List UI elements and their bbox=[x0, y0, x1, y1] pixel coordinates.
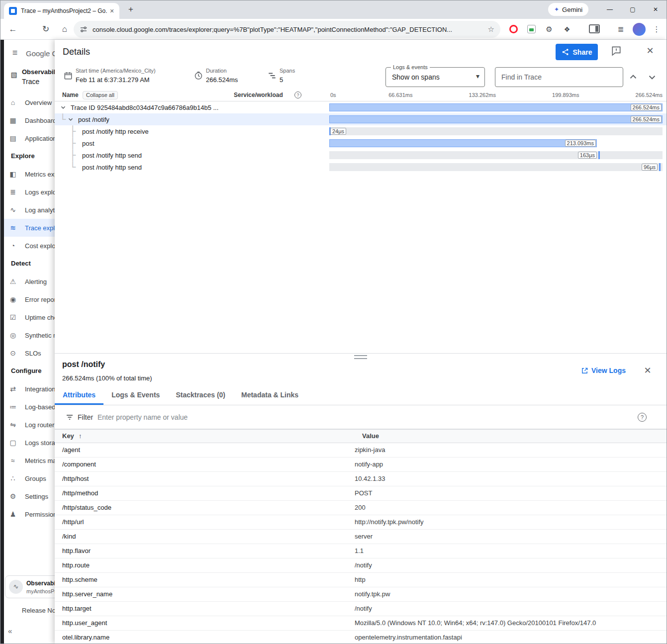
attribute-row[interactable]: /http/methodPOST bbox=[55, 486, 667, 501]
trace-row[interactable]: └ post /notify http send 96μs bbox=[55, 161, 667, 173]
attribute-row[interactable]: /http/status_code200 bbox=[55, 501, 667, 515]
tab-stacktraces[interactable]: Stacktraces (0) bbox=[168, 386, 233, 405]
chevron-down-icon[interactable] bbox=[66, 115, 75, 124]
span-bar[interactable]: 266.524ms bbox=[329, 113, 663, 125]
attribute-key: http.flavor bbox=[55, 544, 355, 558]
profile-avatar[interactable] bbox=[633, 23, 646, 36]
attribute-row[interactable]: http.user_agentMozilla/5.0 (Windows NT 1… bbox=[55, 616, 667, 631]
name-column-header: Name bbox=[62, 90, 79, 101]
attribute-row[interactable]: http.server_namenotify.tpk.pw bbox=[55, 587, 667, 602]
sidebar-item-dashboards[interactable]: ▦Dashboards bbox=[4, 111, 55, 129]
trace-row[interactable]: ├ post /notify http receive 24μs bbox=[55, 125, 667, 137]
gemini-button[interactable]: ✦ Gemini bbox=[548, 3, 588, 16]
span-bar[interactable]: 163μs bbox=[329, 149, 663, 161]
details-close-icon[interactable]: ✕ bbox=[643, 44, 657, 58]
attribute-row[interactable]: http.route/notify bbox=[55, 558, 667, 573]
panel-drag-handle[interactable] bbox=[354, 355, 367, 359]
trace-row-selected[interactable]: └ post /notify 266.524ms bbox=[55, 113, 667, 125]
new-tab-button[interactable]: + bbox=[125, 4, 136, 15]
sidebar-item-label: Settings bbox=[25, 493, 48, 500]
attribute-row[interactable]: http.flavor1.1 bbox=[55, 544, 667, 558]
trace-row[interactable]: ├ post 213.093ms bbox=[55, 137, 667, 149]
nav-section-label: Detect bbox=[4, 255, 55, 273]
maximize-button[interactable]: ▢ bbox=[621, 0, 644, 19]
extensions-puzzle-icon[interactable]: ❖ bbox=[560, 22, 574, 36]
collapse-all-button[interactable]: Collapse all bbox=[83, 91, 118, 99]
sidebar-item-log-router[interactable]: ⇋Log router bbox=[4, 416, 55, 434]
kebab-menu-icon[interactable]: ⋮ bbox=[650, 22, 664, 36]
attribute-row[interactable]: /componentnotify-app bbox=[55, 458, 667, 472]
attribute-row[interactable]: otel.library.nameopentelemetry.instrumen… bbox=[55, 631, 667, 644]
tab-logs-events[interactable]: Logs & Events bbox=[103, 386, 168, 405]
back-icon[interactable]: ← bbox=[6, 22, 20, 36]
trace-row[interactable]: ├ post /notify http send 163μs bbox=[55, 149, 667, 161]
find-next-icon[interactable] bbox=[647, 72, 658, 83]
metrics-management-icon: ≈ bbox=[8, 457, 18, 464]
sidebar-item-synthetic-monitoring[interactable]: ◎Synthetic monitoring bbox=[4, 326, 55, 344]
sidebar-item-alerting[interactable]: ⚠Alerting bbox=[4, 273, 55, 290]
gear-icon[interactable]: ⚙ bbox=[542, 22, 556, 36]
refresh-icon[interactable]: ↻ bbox=[39, 22, 53, 36]
attribute-row[interactable]: http.schemehttp bbox=[55, 573, 667, 587]
share-button[interactable]: Share bbox=[556, 44, 598, 60]
sidebar-item-log-analytics[interactable]: ∿Log analytics bbox=[4, 201, 55, 219]
span-bar[interactable]: 266.524ms bbox=[329, 101, 663, 113]
sidebar-item-uptime-checks[interactable]: ☑Uptime checks bbox=[4, 308, 55, 326]
sidebar-item-metrics-management[interactable]: ≈Metrics management bbox=[4, 452, 55, 469]
address-bar[interactable]: console.cloud.google.com/traces/explorer… bbox=[74, 21, 500, 38]
sidebar-item-trace-explorer[interactable]: ≋Trace explorer bbox=[4, 219, 55, 237]
find-previous-icon[interactable] bbox=[628, 72, 639, 83]
project-card[interactable]: ∿ Observability myAnthosProject2 bbox=[5, 575, 55, 598]
tab-metadata-links[interactable]: Metadata & Links bbox=[233, 386, 306, 405]
tab-attributes[interactable]: Attributes bbox=[55, 386, 103, 405]
find-in-trace-input[interactable] bbox=[495, 68, 623, 87]
sidebar-item-integrations[interactable]: ⇄Integrations bbox=[4, 380, 55, 398]
attribute-row[interactable]: /kindserver bbox=[55, 530, 667, 544]
sort-ascending-icon[interactable]: ↑ bbox=[79, 430, 82, 443]
sidebar-item-overview[interactable]: ⌂Overview bbox=[4, 93, 55, 111]
logs-events-select[interactable]: Logs & events Show on spans ▾ bbox=[385, 67, 485, 87]
feedback-icon[interactable] bbox=[611, 45, 624, 58]
browser-tab[interactable]: Trace – myAnthosProject2 – Go... ✕ bbox=[4, 3, 119, 19]
service-help-icon[interactable]: ? bbox=[294, 92, 301, 98]
sidebar-item-logs-explorer[interactable]: ≣Logs explorer bbox=[4, 183, 55, 201]
filter-input[interactable] bbox=[97, 409, 545, 425]
sidebar-item-applications[interactable]: ▤Applications bbox=[4, 129, 55, 147]
collapse-nav-icon[interactable]: « bbox=[8, 627, 12, 635]
sidebar-item-cost-explorer[interactable]: ◔Cost explorer bbox=[4, 237, 55, 255]
span-bar[interactable]: 213.093ms bbox=[329, 137, 663, 149]
google-cloud-logo: Google Cloud bbox=[26, 49, 55, 58]
help-icon[interactable]: ? bbox=[638, 413, 647, 422]
view-logs-link[interactable]: View Logs bbox=[581, 367, 626, 374]
hamburger-menu-icon[interactable]: ≡ bbox=[9, 47, 21, 59]
sidebar-item-permissions[interactable]: ♟Permissions bbox=[4, 505, 55, 523]
key-column-header[interactable]: Key bbox=[62, 430, 74, 443]
site-info-icon[interactable] bbox=[80, 25, 88, 33]
minimize-button[interactable]: — bbox=[598, 0, 621, 19]
tab-list-icon[interactable]: ≣ bbox=[614, 22, 628, 36]
sidebar-item-logs-storage[interactable]: ▢Logs storage bbox=[4, 434, 55, 452]
sidebar-item-log-based-metrics[interactable]: ≔Log-based metrics bbox=[4, 398, 55, 416]
attribute-row[interactable]: http.target/notify bbox=[55, 602, 667, 616]
extension-screenshot-icon[interactable] bbox=[527, 25, 536, 33]
attribute-row[interactable]: /agentzipkin-java bbox=[55, 443, 667, 458]
span-panel-close-icon[interactable]: ✕ bbox=[641, 364, 655, 377]
sidebar-item-settings[interactable]: ⚙Settings bbox=[4, 487, 55, 505]
chevron-down-icon[interactable] bbox=[59, 103, 68, 112]
sidebar-item-metrics-explorer[interactable]: ◧Metrics explorer bbox=[4, 165, 55, 183]
bookmark-star-icon[interactable]: ☆ bbox=[488, 25, 494, 34]
sidebar-item-slos[interactable]: ⊙SLOs bbox=[4, 344, 55, 362]
side-panel-icon[interactable] bbox=[589, 24, 600, 33]
window-close-button[interactable]: ✕ bbox=[644, 0, 667, 19]
attribute-row[interactable]: /http/host10.42.1.33 bbox=[55, 472, 667, 486]
sidebar-item-error-reporting[interactable]: ◉Error reporting bbox=[4, 290, 55, 308]
sidebar-item-release-notes[interactable]: Release Notes bbox=[22, 607, 55, 614]
span-bar[interactable]: 24μs bbox=[329, 125, 663, 137]
attribute-row[interactable]: /http/urlhttp://notify.tpk.pw/notify bbox=[55, 515, 667, 530]
span-bar[interactable]: 96μs bbox=[329, 161, 663, 173]
sidebar-item-groups[interactable]: ∴Groups bbox=[4, 469, 55, 487]
trace-row[interactable]: Trace ID 925484abd8c034d47c9a66786a9b14b… bbox=[55, 101, 667, 113]
extension-opera-icon[interactable] bbox=[509, 25, 518, 33]
tab-close-icon[interactable]: ✕ bbox=[107, 6, 116, 15]
home-icon[interactable]: ⌂ bbox=[58, 22, 72, 36]
